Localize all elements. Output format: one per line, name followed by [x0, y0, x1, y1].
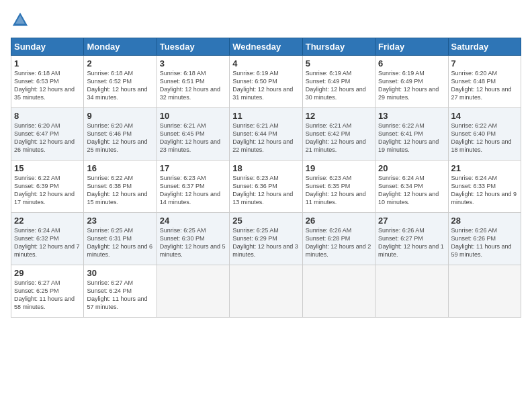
weekday-header: Wednesday [230, 38, 302, 56]
weekday-header: Sunday [11, 38, 84, 56]
day-info: Sunrise: 6:25 AMSunset: 6:30 PMDaylight:… [160, 226, 226, 259]
calendar-day-cell: 17Sunrise: 6:23 AMSunset: 6:37 PMDayligh… [157, 161, 229, 213]
day-info: Sunrise: 6:18 AMSunset: 6:51 PMDaylight:… [160, 69, 226, 102]
calendar-day-cell: 26Sunrise: 6:26 AMSunset: 6:28 PMDayligh… [302, 213, 375, 265]
day-number: 2 [87, 58, 153, 68]
day-info: Sunrise: 6:20 AMSunset: 6:48 PMDaylight:… [451, 69, 518, 102]
calendar-day-cell: 2Sunrise: 6:18 AMSunset: 6:52 PMDaylight… [84, 56, 157, 108]
calendar-day-cell [375, 265, 448, 318]
calendar-day-cell: 14Sunrise: 6:22 AMSunset: 6:40 PMDayligh… [448, 108, 521, 161]
calendar-header-row: SundayMondayTuesdayWednesdayThursdayFrid… [11, 38, 521, 56]
day-number: 6 [378, 58, 445, 68]
day-number: 22 [14, 216, 81, 226]
calendar-day-cell: 20Sunrise: 6:24 AMSunset: 6:34 PMDayligh… [375, 161, 448, 213]
day-number: 15 [14, 163, 81, 173]
calendar-day-cell: 28Sunrise: 6:26 AMSunset: 6:26 PMDayligh… [448, 213, 521, 265]
page-header [11, 11, 521, 30]
calendar-day-cell: 23Sunrise: 6:25 AMSunset: 6:31 PMDayligh… [84, 213, 157, 265]
calendar-week-row: 8Sunrise: 6:20 AMSunset: 6:47 PMDaylight… [11, 108, 521, 161]
day-number: 7 [451, 58, 518, 68]
calendar-day-cell: 8Sunrise: 6:20 AMSunset: 6:47 PMDaylight… [11, 108, 84, 161]
calendar-day-cell: 29Sunrise: 6:27 AMSunset: 6:25 PMDayligh… [11, 265, 84, 318]
calendar-day-cell: 6Sunrise: 6:19 AMSunset: 6:49 PMDaylight… [375, 56, 448, 108]
calendar-day-cell: 27Sunrise: 6:26 AMSunset: 6:27 PMDayligh… [375, 213, 448, 265]
calendar-day-cell: 21Sunrise: 6:24 AMSunset: 6:33 PMDayligh… [448, 161, 521, 213]
day-number: 13 [378, 111, 445, 121]
day-info: Sunrise: 6:22 AMSunset: 6:39 PMDaylight:… [14, 174, 81, 207]
day-number: 29 [14, 268, 81, 278]
calendar-day-cell: 5Sunrise: 6:19 AMSunset: 6:49 PMDaylight… [302, 56, 375, 108]
day-number: 10 [160, 111, 226, 121]
day-info: Sunrise: 6:24 AMSunset: 6:34 PMDaylight:… [378, 174, 445, 207]
calendar-day-cell: 7Sunrise: 6:20 AMSunset: 6:48 PMDaylight… [448, 56, 521, 108]
calendar-day-cell [302, 265, 375, 318]
day-info: Sunrise: 6:21 AMSunset: 6:44 PMDaylight:… [232, 122, 299, 154]
weekday-header: Tuesday [157, 38, 229, 56]
calendar-day-cell [157, 265, 229, 318]
day-info: Sunrise: 6:27 AMSunset: 6:25 PMDaylight:… [14, 279, 81, 312]
calendar-day-cell [230, 265, 302, 318]
day-info: Sunrise: 6:20 AMSunset: 6:47 PMDaylight:… [14, 122, 81, 154]
calendar-day-cell: 22Sunrise: 6:24 AMSunset: 6:32 PMDayligh… [11, 213, 84, 265]
day-number: 4 [232, 58, 299, 68]
day-info: Sunrise: 6:24 AMSunset: 6:32 PMDaylight:… [14, 226, 81, 259]
day-number: 28 [451, 216, 518, 226]
weekday-header: Thursday [302, 38, 375, 56]
weekday-header: Friday [375, 38, 448, 56]
calendar-day-cell: 19Sunrise: 6:23 AMSunset: 6:35 PMDayligh… [302, 161, 375, 213]
calendar-day-cell: 25Sunrise: 6:25 AMSunset: 6:29 PMDayligh… [230, 213, 302, 265]
calendar-week-row: 15Sunrise: 6:22 AMSunset: 6:39 PMDayligh… [11, 161, 521, 213]
calendar-day-cell: 12Sunrise: 6:21 AMSunset: 6:42 PMDayligh… [302, 108, 375, 161]
day-number: 23 [87, 216, 153, 226]
day-info: Sunrise: 6:23 AMSunset: 6:37 PMDaylight:… [160, 174, 226, 207]
day-number: 14 [451, 111, 518, 121]
calendar-day-cell: 18Sunrise: 6:23 AMSunset: 6:36 PMDayligh… [230, 161, 302, 213]
day-info: Sunrise: 6:24 AMSunset: 6:33 PMDaylight:… [451, 174, 518, 207]
day-info: Sunrise: 6:26 AMSunset: 6:27 PMDaylight:… [378, 226, 445, 259]
day-number: 11 [232, 111, 299, 121]
day-number: 25 [232, 216, 299, 226]
day-info: Sunrise: 6:18 AMSunset: 6:53 PMDaylight:… [14, 69, 81, 102]
day-number: 20 [378, 163, 445, 173]
weekday-header: Saturday [448, 38, 521, 56]
day-number: 12 [306, 111, 372, 121]
calendar-day-cell: 3Sunrise: 6:18 AMSunset: 6:51 PMDaylight… [157, 56, 229, 108]
day-info: Sunrise: 6:27 AMSunset: 6:24 PMDaylight:… [87, 279, 153, 312]
day-number: 18 [232, 163, 299, 173]
calendar-day-cell: 10Sunrise: 6:21 AMSunset: 6:45 PMDayligh… [157, 108, 229, 161]
day-number: 24 [160, 216, 226, 226]
day-number: 21 [451, 163, 518, 173]
day-number: 27 [378, 216, 445, 226]
day-info: Sunrise: 6:22 AMSunset: 6:40 PMDaylight:… [451, 122, 518, 154]
day-number: 9 [87, 111, 153, 121]
calendar-day-cell: 11Sunrise: 6:21 AMSunset: 6:44 PMDayligh… [230, 108, 302, 161]
calendar-table: SundayMondayTuesdayWednesdayThursdayFrid… [11, 38, 521, 318]
logo [11, 11, 32, 30]
day-number: 26 [306, 216, 372, 226]
page-container: SundayMondayTuesdayWednesdayThursdayFrid… [0, 0, 532, 323]
day-info: Sunrise: 6:19 AMSunset: 6:50 PMDaylight:… [232, 69, 299, 102]
day-number: 17 [160, 163, 226, 173]
day-number: 5 [306, 58, 372, 68]
calendar-day-cell: 13Sunrise: 6:22 AMSunset: 6:41 PMDayligh… [375, 108, 448, 161]
day-number: 30 [87, 268, 153, 278]
calendar-day-cell: 16Sunrise: 6:22 AMSunset: 6:38 PMDayligh… [84, 161, 157, 213]
day-number: 1 [14, 58, 81, 68]
calendar-day-cell [448, 265, 521, 318]
calendar-week-row: 1Sunrise: 6:18 AMSunset: 6:53 PMDaylight… [11, 56, 521, 108]
day-info: Sunrise: 6:20 AMSunset: 6:46 PMDaylight:… [87, 122, 153, 154]
day-info: Sunrise: 6:25 AMSunset: 6:29 PMDaylight:… [232, 226, 299, 259]
day-info: Sunrise: 6:22 AMSunset: 6:41 PMDaylight:… [378, 122, 445, 154]
day-number: 16 [87, 163, 153, 173]
calendar-week-row: 29Sunrise: 6:27 AMSunset: 6:25 PMDayligh… [11, 265, 521, 318]
day-info: Sunrise: 6:25 AMSunset: 6:31 PMDaylight:… [87, 226, 153, 259]
day-info: Sunrise: 6:26 AMSunset: 6:26 PMDaylight:… [451, 226, 518, 259]
calendar-day-cell: 9Sunrise: 6:20 AMSunset: 6:46 PMDaylight… [84, 108, 157, 161]
calendar-day-cell: 1Sunrise: 6:18 AMSunset: 6:53 PMDaylight… [11, 56, 84, 108]
day-info: Sunrise: 6:18 AMSunset: 6:52 PMDaylight:… [87, 69, 153, 102]
calendar-day-cell: 15Sunrise: 6:22 AMSunset: 6:39 PMDayligh… [11, 161, 84, 213]
weekday-header: Monday [84, 38, 157, 56]
day-info: Sunrise: 6:23 AMSunset: 6:35 PMDaylight:… [306, 174, 372, 207]
day-number: 19 [306, 163, 372, 173]
logo-icon [11, 11, 30, 30]
